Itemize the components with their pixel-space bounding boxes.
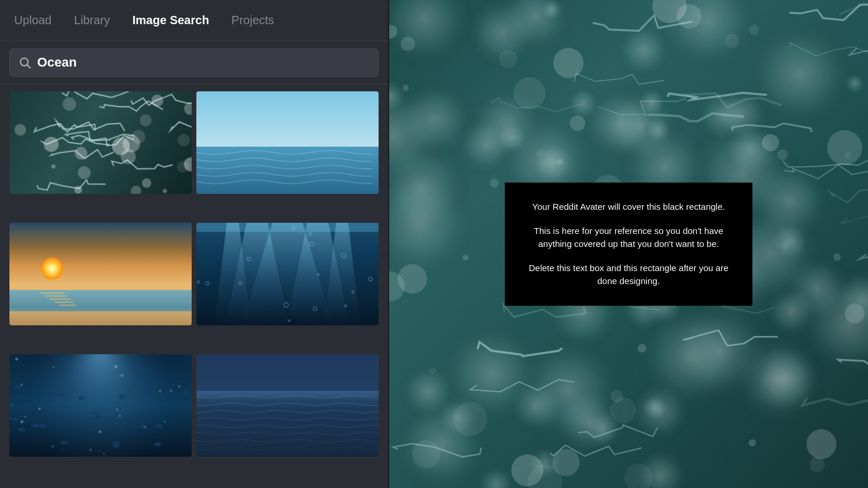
image-thumb-4[interactable]	[196, 223, 379, 325]
left-panel: Upload Library Image Search Projects	[0, 0, 389, 488]
image-thumb-2[interactable]	[196, 91, 379, 194]
right-panel: Your Reddit Avater will cover this black…	[389, 0, 868, 488]
search-bar	[9, 48, 379, 77]
svg-line-1	[28, 65, 31, 68]
image-thumb-5[interactable]	[9, 354, 192, 457]
image-grid	[0, 84, 388, 488]
nav-projects[interactable]: Projects	[229, 10, 277, 31]
image-thumb-1[interactable]	[9, 91, 192, 194]
search-bar-wrapper	[0, 41, 388, 84]
search-icon	[18, 56, 31, 69]
overlay-text-2: This is here for your reference so you d…	[521, 224, 736, 250]
search-input[interactable]	[37, 55, 370, 70]
nav-upload[interactable]: Upload	[12, 10, 54, 31]
avatar-placeholder-rect: Your Reddit Avater will cover this black…	[505, 183, 752, 306]
image-thumb-6[interactable]	[196, 354, 379, 457]
image-thumb-3[interactable]	[9, 223, 192, 325]
svg-point-0	[21, 58, 28, 66]
nav-image-search[interactable]: Image Search	[130, 10, 212, 31]
nav-library[interactable]: Library	[71, 10, 112, 31]
overlay-text-1: Your Reddit Avater will cover this black…	[521, 200, 736, 214]
main-canvas-area[interactable]: Your Reddit Avater will cover this black…	[389, 0, 868, 488]
overlay-text-3: Delete this text box and this rectangle …	[521, 261, 736, 288]
top-nav: Upload Library Image Search Projects	[0, 0, 388, 41]
